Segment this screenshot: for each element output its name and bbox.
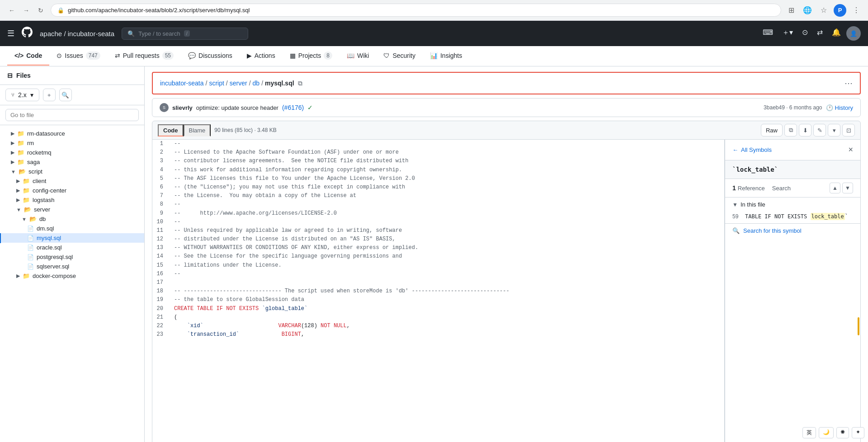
mysql-sql-item[interactable]: 📄 mysql.sql [0, 233, 144, 243]
line-number[interactable]: 9 [152, 209, 170, 218]
extension-btn[interactable]: ⊞ [785, 4, 797, 17]
commit-pr-link[interactable]: (#6176) [282, 104, 304, 111]
line-number[interactable]: 18 [152, 287, 170, 296]
notifications-icon[interactable]: 🔔 [828, 26, 844, 41]
history-button[interactable]: 🕐 History [826, 104, 853, 111]
raw-button[interactable]: Raw [761, 124, 783, 136]
list-item[interactable]: ▶ 📁 logstash [0, 195, 144, 205]
line-number[interactable]: 12 [152, 235, 170, 244]
line-number[interactable]: 10 [152, 218, 170, 226]
user-avatar[interactable]: 👤 [846, 26, 861, 41]
line-number[interactable]: 11 [152, 226, 170, 235]
language-btn[interactable]: 英 [802, 427, 816, 438]
tab-pullrequests[interactable]: ⇄ Pull requests 55 [108, 46, 181, 66]
breadcrumb-server-link[interactable]: server [230, 80, 247, 87]
org-link[interactable]: apache [40, 30, 62, 38]
list-item[interactable]: ▶ 📁 docker-compose [0, 271, 144, 281]
reference-tab[interactable]: Reference [738, 185, 765, 192]
line-number[interactable]: 22 [152, 322, 170, 330]
download-button[interactable]: ⬇ [799, 124, 811, 136]
github-logo[interactable] [22, 27, 33, 40]
issues-icon[interactable]: ⊙ [798, 26, 811, 41]
line-number[interactable]: 1 [152, 140, 170, 148]
list-item[interactable]: ▶ 📁 client [0, 176, 144, 186]
list-item[interactable]: ▼ 📂 db [0, 214, 144, 224]
list-item[interactable]: ▶ 📁 rocketmq [0, 148, 144, 157]
blame-view-tab[interactable]: Blame [184, 124, 211, 136]
line-number[interactable]: 21 [152, 313, 170, 322]
copilot-btn[interactable]: ✦ [852, 427, 864, 438]
line-number[interactable]: 19 [152, 296, 170, 304]
copy-path-button[interactable]: ⧉ [296, 80, 304, 87]
line-number[interactable]: 7 [152, 192, 170, 200]
tab-insights[interactable]: 📊 Insights [423, 47, 469, 66]
line-number[interactable]: 8 [152, 200, 170, 209]
repo-link[interactable]: incubator-seata [68, 30, 114, 38]
menu-btn[interactable]: ⋮ [850, 4, 863, 17]
add-file-button[interactable]: + [43, 89, 56, 101]
forward-button[interactable]: → [20, 4, 33, 17]
copy-code-button[interactable]: ⧉ [784, 124, 797, 136]
accessibility-btn[interactable]: ✺ [836, 427, 849, 438]
more-options-button[interactable]: ⋯ [844, 78, 853, 88]
list-item[interactable]: 📄 dm.sql [0, 224, 144, 233]
dark-mode-btn[interactable]: 🌙 [819, 427, 834, 438]
code-content[interactable]: 1 -- 2 -- Licensed to the Apache Softwar… [152, 140, 724, 442]
line-number[interactable]: 5 [152, 174, 170, 183]
symbols-close-button[interactable]: × [848, 145, 853, 155]
line-number[interactable]: 4 [152, 166, 170, 174]
in-this-file-section[interactable]: ▼ In this file [725, 197, 860, 212]
address-bar[interactable]: 🔒 github.com/apache/incubator-seata/blob… [51, 4, 781, 17]
search-bar[interactable]: 🔍 Type / to search / [122, 28, 248, 40]
search-tab[interactable]: Search [772, 185, 791, 192]
pr-icon[interactable]: ⇄ [813, 26, 826, 41]
tab-actions[interactable]: ▶ Actions [240, 47, 283, 66]
all-symbols-back-button[interactable]: ← All Symbols [732, 146, 772, 153]
code-view-tab[interactable]: Code [158, 124, 184, 136]
line-number[interactable]: 2 [152, 148, 170, 157]
list-item[interactable]: ▶ 📁 config-center [0, 186, 144, 195]
profile-avatar[interactable]: P [834, 4, 846, 17]
breadcrumb-script-link[interactable]: script [209, 80, 224, 87]
list-item[interactable]: ▶ 📁 rm-datasource [0, 129, 144, 138]
breadcrumb-repo-link[interactable]: incubator-seata [160, 80, 204, 87]
breadcrumb-db-link[interactable]: db [253, 80, 260, 87]
list-item[interactable]: ▶ 📁 saga [0, 157, 144, 167]
list-item[interactable]: 📄 oracle.sql [0, 243, 144, 252]
edit-button[interactable]: ✎ [813, 124, 826, 136]
line-number[interactable]: 16 [152, 270, 170, 278]
tab-code[interactable]: </> Code [7, 47, 49, 66]
tab-discussions[interactable]: 💬 Discussions [181, 47, 240, 66]
more-code-options-button[interactable]: ▾ [828, 124, 840, 136]
search-files-button[interactable]: 🔍 [59, 89, 72, 101]
refresh-button[interactable]: ↻ [34, 4, 47, 17]
list-item[interactable]: 📄 sqlserver.sql [0, 262, 144, 271]
symbols-nav-down-button[interactable]: ▼ [842, 183, 853, 193]
line-number[interactable]: 3 [152, 157, 170, 165]
line-number[interactable]: 13 [152, 244, 170, 252]
translate-btn[interactable]: 🌐 [801, 4, 814, 17]
tab-projects[interactable]: ▦ Projects 8 [283, 46, 340, 66]
symbols-result-line[interactable]: 59 TABLE IF NOT EXISTS lock_table` [732, 213, 853, 220]
tab-issues[interactable]: ⊙ Issues 747 [49, 46, 108, 66]
back-button[interactable]: ← [5, 4, 18, 17]
tab-security[interactable]: 🛡 Security [376, 47, 423, 66]
branch-selector[interactable]: ⑂ 2.x ▾ [5, 89, 39, 101]
search-for-symbol-button[interactable]: 🔍 Search for this symbol [725, 223, 860, 238]
hamburger-icon[interactable]: ☰ [7, 28, 14, 38]
expand-button[interactable]: ⊡ [842, 124, 855, 136]
symbols-nav-up-button[interactable]: ▲ [830, 183, 840, 193]
line-number[interactable]: 14 [152, 252, 170, 261]
list-item[interactable]: 📄 postgresql.sql [0, 252, 144, 262]
bookmark-btn[interactable]: ☆ [817, 4, 830, 17]
terminal-icon[interactable]: ⌨ [759, 26, 777, 41]
line-number[interactable]: 6 [152, 183, 170, 192]
line-number[interactable]: 23 [152, 330, 170, 339]
plus-icon[interactable]: ＋▾ [778, 26, 797, 41]
line-number[interactable]: 15 [152, 261, 170, 270]
go-to-file-input[interactable] [5, 109, 139, 121]
line-number[interactable]: 20 [152, 305, 170, 313]
list-item[interactable]: ▼ 📂 server [0, 205, 144, 214]
line-number[interactable]: 17 [152, 278, 170, 287]
list-item[interactable]: ▶ 📁 rm [0, 138, 144, 148]
